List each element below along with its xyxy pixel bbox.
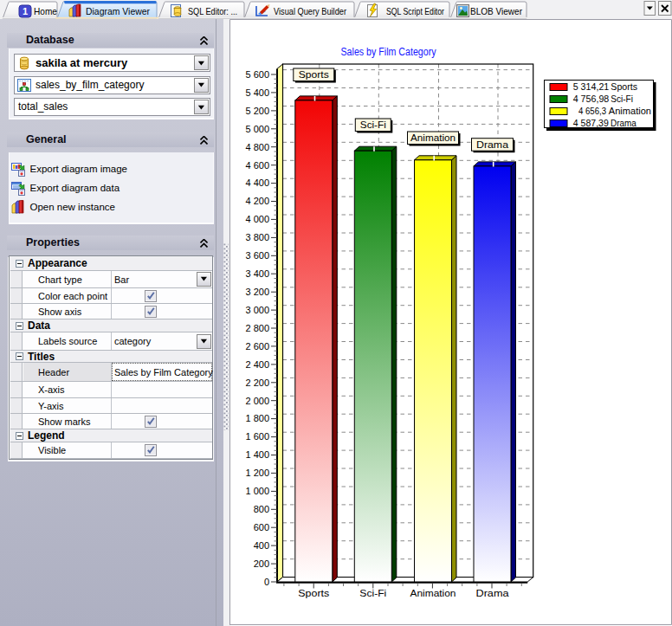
svg-text:SQL Editor: ...: SQL Editor: ...: [188, 6, 237, 16]
svg-text:Animation: Animation: [410, 588, 456, 598]
svg-text:1 800: 1 800: [245, 413, 269, 423]
svg-text:Drama: Drama: [476, 139, 509, 150]
svg-text:5 314,21: 5 314,21: [573, 81, 610, 92]
svg-text:2 400: 2 400: [245, 359, 269, 370]
svg-text:4 587,39: 4 587,39: [573, 118, 609, 128]
svg-text:0: 0: [264, 577, 269, 587]
svg-text:2 000: 2 000: [245, 396, 269, 406]
svg-text:Animation: Animation: [609, 106, 651, 116]
svg-text:2 200: 2 200: [245, 378, 269, 388]
svg-text:5 400: 5 400: [245, 87, 269, 98]
svg-text:Visual Query Builder: Visual Query Builder: [274, 6, 346, 16]
svg-text:4 200: 4 200: [245, 196, 269, 206]
svg-text:200: 200: [254, 558, 269, 569]
svg-text:Sports: Sports: [611, 81, 637, 92]
svg-text:Sales by Film Category: Sales by Film Category: [341, 46, 436, 58]
svg-text:1 200: 1 200: [245, 468, 269, 478]
svg-text:3 800: 3 800: [245, 232, 269, 242]
svg-text:1 000: 1 000: [245, 486, 269, 496]
svg-text:Sports: Sports: [298, 588, 330, 598]
svg-text:3 600: 3 600: [245, 250, 269, 261]
svg-text:5 600: 5 600: [245, 69, 269, 80]
svg-text:3 000: 3 000: [245, 305, 269, 315]
svg-text:4 800: 4 800: [245, 142, 269, 152]
svg-text:4 656,3: 4 656,3: [578, 106, 606, 116]
svg-text:4 000: 4 000: [245, 214, 269, 224]
svg-text:2 800: 2 800: [245, 323, 269, 333]
svg-text:1: 1: [23, 6, 28, 16]
svg-text:1 600: 1 600: [245, 431, 269, 442]
svg-text:Sci-Fi: Sci-Fi: [611, 94, 633, 104]
svg-text:Diagram Viewer: Diagram Viewer: [86, 6, 150, 16]
svg-text:Home: Home: [34, 6, 57, 16]
svg-text:5 000: 5 000: [245, 124, 269, 134]
svg-text:Sci-Fi: Sci-Fi: [359, 588, 386, 598]
svg-text:5 200: 5 200: [245, 106, 269, 116]
svg-text:Drama: Drama: [476, 588, 510, 598]
svg-text:Sci-Fi: Sci-Fi: [360, 119, 386, 130]
svg-text:4 400: 4 400: [245, 177, 269, 188]
svg-text:1 400: 1 400: [245, 449, 269, 460]
svg-text:3 400: 3 400: [245, 268, 269, 279]
svg-text:4 600: 4 600: [245, 160, 269, 171]
svg-text:400: 400: [254, 540, 269, 551]
svg-text:Drama: Drama: [611, 118, 636, 128]
svg-text:4 756,98: 4 756,98: [573, 94, 610, 104]
svg-text:BLOB Viewer: BLOB Viewer: [470, 6, 522, 16]
svg-text:SQL Script Editor: SQL Script Editor: [386, 6, 444, 16]
svg-text:2 600: 2 600: [245, 341, 269, 352]
svg-text:600: 600: [254, 522, 269, 532]
svg-text:3 200: 3 200: [245, 287, 269, 297]
svg-text:Sports: Sports: [299, 69, 330, 80]
svg-text:800: 800: [254, 504, 269, 514]
svg-text:Animation: Animation: [410, 132, 456, 143]
